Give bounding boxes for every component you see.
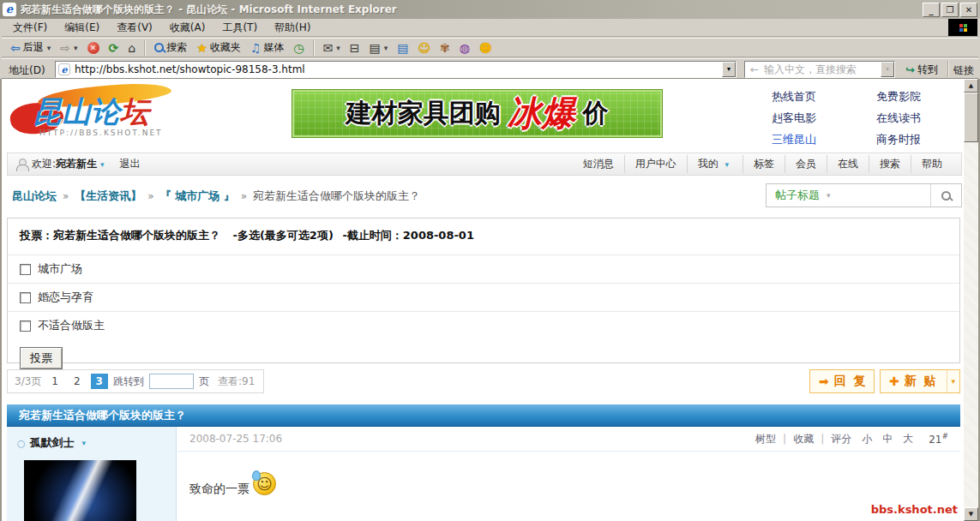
breadcrumb: 昆山论坛 » 【生活资讯】 » 『 城市广场 』 » 宛若新生适合做哪个版块的版…: [12, 189, 420, 204]
nav-help[interactable]: 帮助: [911, 155, 953, 173]
new-post-dropdown[interactable]: ▾: [947, 370, 959, 392]
opera-ring-button[interactable]: ◍: [456, 41, 473, 55]
header-link-free-movies[interactable]: 免费影院: [876, 89, 964, 105]
print-button[interactable]: ⊟: [346, 41, 364, 55]
minimize-button[interactable]: _: [923, 3, 940, 17]
scrollbar-thumb[interactable]: [964, 93, 978, 142]
vote-button[interactable]: 投票: [20, 347, 63, 369]
crumb-separator-icon: »: [63, 190, 69, 202]
topic-search-category[interactable]: 帖子标题: [775, 188, 820, 203]
author-dropdown-icon[interactable]: ▾: [82, 439, 87, 447]
mail-button[interactable]: ✉ ▾: [320, 41, 344, 55]
crumb-category[interactable]: 【生活资讯】: [75, 189, 141, 204]
scroll-up-button[interactable]: ▲: [964, 79, 978, 93]
topic-search-dropdown-icon[interactable]: ▾: [827, 191, 930, 200]
font-size-small[interactable]: 小: [862, 432, 872, 446]
fullscreen-button[interactable]: ▤ ▾: [366, 41, 392, 55]
window-title: 宛若新生适合做哪个版块的版主？ - 昆山论坛 - Microsoft Inter…: [21, 3, 923, 17]
topic-search-box[interactable]: 帖子标题 ▾: [766, 183, 962, 207]
nav-my[interactable]: 我的 ▾: [687, 155, 743, 173]
poll-option-label[interactable]: 婚恋与孕育: [38, 290, 93, 305]
new-post-button[interactable]: ✚ 新 贴 ▾: [880, 369, 960, 393]
title-bar: e 宛若新生适合做哪个版块的版主？ - 昆山论坛 - Microsoft Int…: [0, 0, 980, 19]
address-dropdown-button[interactable]: ▾: [722, 62, 736, 77]
nav-tags[interactable]: 标签: [743, 155, 785, 173]
media-button[interactable]: ♫ 媒体: [247, 39, 288, 56]
fullscreen-dropdown-icon[interactable]: ▾: [384, 44, 388, 52]
poll-option-label[interactable]: 不适合做版主: [38, 318, 105, 333]
crumb-board[interactable]: 『 城市广场 』: [160, 189, 235, 204]
address-input[interactable]: [75, 63, 722, 76]
forward-button[interactable]: ⇨ ▾: [57, 41, 81, 55]
history-button[interactable]: ◷: [290, 41, 307, 55]
nav-members[interactable]: 会员: [785, 155, 827, 173]
go-button[interactable]: ↪ 转到: [900, 61, 943, 78]
page-link-1[interactable]: 1: [46, 374, 63, 389]
vertical-scrollbar[interactable]: ▲ ▼: [964, 79, 978, 521]
header-link-reading[interactable]: 在线读书: [876, 111, 964, 126]
restore-button[interactable]: ❐: [941, 3, 959, 17]
nav-search[interactable]: 搜索: [869, 155, 911, 173]
back-dropdown-icon[interactable]: ▾: [47, 44, 51, 52]
header-link-movies[interactable]: 赳客电影: [772, 111, 859, 126]
favorite-link[interactable]: 收藏: [793, 432, 814, 446]
document-button[interactable]: ▤: [394, 41, 412, 55]
poll-option-checkbox[interactable]: [20, 264, 31, 275]
view-count: 查看:91: [218, 374, 255, 389]
plugin-smiley2-button[interactable]: ☻: [476, 41, 496, 55]
poll-option-row: 婚恋与孕育: [8, 283, 959, 311]
refresh-button[interactable]: ⟳: [105, 41, 123, 55]
menu-edit[interactable]: 编辑(E): [57, 18, 107, 38]
scroll-down-button[interactable]: ▼: [964, 507, 978, 521]
topic-search-submit[interactable]: [930, 184, 961, 207]
cn-search-box[interactable]: ← 输入中文，直接搜索 ▾: [744, 61, 895, 78]
header-link-3d-kunshan[interactable]: 三维昆山: [772, 132, 859, 147]
post-content-column: 2008-07-25 17:06 树型 | 收藏 | 评分 小 中 大 21# …: [177, 427, 960, 521]
search-button[interactable]: 搜索: [151, 39, 190, 56]
stop-button[interactable]: ✕: [84, 41, 103, 55]
menu-tools[interactable]: 工具(T): [214, 18, 265, 38]
menu-favorites[interactable]: 收藏(A): [162, 18, 213, 38]
header-link-business-times[interactable]: 商务时报: [876, 132, 964, 147]
jump-label: 跳转到: [113, 374, 144, 389]
jump-page-input[interactable]: [149, 374, 194, 389]
forward-dropdown-icon[interactable]: ▾: [74, 44, 78, 52]
browser-window: e 宛若新生适合做哪个版块的版主？ - 昆山论坛 - Microsoft Int…: [0, 0, 980, 521]
plugin-button[interactable]: ✾: [436, 41, 454, 55]
back-button[interactable]: ⇦ 后退 ▾: [7, 39, 54, 56]
tree-view-link[interactable]: 树型: [755, 432, 776, 446]
nav-online[interactable]: 在线: [827, 155, 869, 173]
menu-view[interactable]: 查看(V): [109, 18, 160, 38]
user-dropdown-icon[interactable]: ▾: [100, 160, 105, 169]
page-link-2[interactable]: 2: [69, 374, 86, 389]
logout-link[interactable]: 退出: [120, 157, 141, 171]
mail-dropdown-icon[interactable]: ▾: [336, 44, 340, 52]
font-size-large[interactable]: 大: [903, 432, 913, 446]
close-button[interactable]: ✕: [960, 3, 977, 17]
ad-banner[interactable]: 建材家具团购 冰爆 价: [292, 90, 662, 137]
reply-button[interactable]: ➡ 回 复: [809, 369, 875, 393]
author-name[interactable]: 孤默剑士: [30, 435, 75, 451]
nav-user-center[interactable]: 用户中心: [624, 155, 687, 173]
favorites-button[interactable]: ★ 收藏夹: [193, 39, 244, 56]
menu-help[interactable]: 帮助(H): [267, 18, 318, 38]
font-size-medium[interactable]: 中: [882, 432, 893, 446]
rate-link[interactable]: 评分: [831, 432, 851, 446]
header-link-hotline[interactable]: 热线首页: [772, 89, 859, 105]
current-username[interactable]: 宛若新生: [56, 157, 97, 171]
poll-option-checkbox[interactable]: [20, 292, 31, 303]
address-combo: e ▾: [55, 61, 737, 78]
banner-suffix: 价: [583, 96, 609, 131]
go-label: 转到: [917, 63, 938, 77]
home-button[interactable]: ⌂: [124, 41, 139, 55]
poll-option-label[interactable]: 城市广场: [38, 261, 82, 277]
forum-logo[interactable]: 昆山论坛 HTTP://BBS.KSHOT.NET: [9, 86, 193, 141]
new-post-label: 新 贴: [905, 374, 938, 389]
cn-search-dropdown-button[interactable]: ▾: [881, 62, 894, 77]
address-label: 地址(D): [9, 63, 45, 78]
crumb-forum-home[interactable]: 昆山论坛: [12, 189, 57, 204]
menu-file[interactable]: 文件(F): [5, 18, 55, 38]
poll-option-checkbox[interactable]: [20, 320, 31, 332]
plugin-smiley-button[interactable]: ☺: [415, 41, 435, 55]
nav-messages[interactable]: 短消息: [573, 155, 624, 173]
